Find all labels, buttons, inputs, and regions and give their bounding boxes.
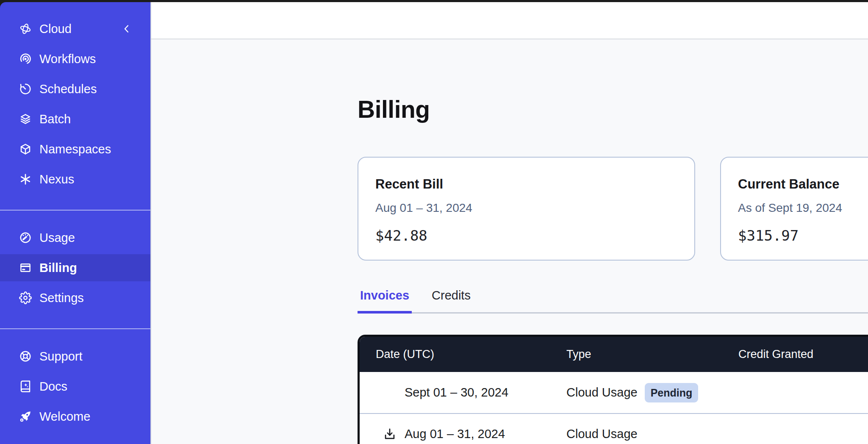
invoice-row[interactable]: Sept 01 – 30, 2024 Cloud Usage Pending (360, 372, 868, 413)
sidebar-item-label: Usage (39, 231, 75, 245)
download-invoice-icon[interactable] (383, 427, 397, 441)
sidebar-item-welcome[interactable]: Welcome (0, 403, 150, 430)
sidebar-item-namespaces[interactable]: Namespaces (0, 136, 150, 163)
billing-card-icon (19, 261, 32, 274)
sidebar: Cloud Workflows (0, 2, 151, 444)
sidebar-item-label: Namespaces (39, 142, 111, 156)
current-balance-amount: $315.97 (738, 227, 868, 244)
recent-bill-amount: $42.88 (375, 227, 677, 244)
sidebar-divider (0, 328, 150, 329)
invoice-date-cell: Aug 01 – 31, 2024 (376, 427, 566, 441)
sidebar-item-workflows[interactable]: Workflows (0, 45, 150, 72)
recent-bill-period: Aug 01 – 31, 2024 (375, 201, 677, 215)
invoice-type-cell: Cloud Usage (566, 427, 738, 441)
tab-credits[interactable]: Credits (429, 288, 473, 312)
invoice-row[interactable]: Aug 01 – 31, 2024 Cloud Usage (360, 413, 868, 444)
sidebar-divider (0, 210, 150, 211)
sidebar-item-support[interactable]: Support (0, 343, 150, 370)
invoice-date-cell: Sept 01 – 30, 2024 (376, 386, 566, 400)
sidebar-item-nexus[interactable]: Nexus (0, 166, 150, 193)
usage-gauge-icon (19, 231, 32, 244)
page-title: Billing (358, 96, 868, 123)
nexus-asterisk-icon (19, 173, 32, 186)
top-bar (151, 2, 868, 39)
current-balance-period: As of Sept 19, 2024 (738, 201, 868, 215)
sidebar-item-docs[interactable]: Docs (0, 373, 150, 400)
sidebar-item-label: Support (39, 350, 83, 364)
billing-tabs: Invoices Credits (358, 288, 868, 314)
recent-bill-title: Recent Bill (375, 176, 677, 192)
docs-book-icon (19, 380, 32, 393)
sidebar-brand-cloud[interactable]: Cloud (0, 15, 150, 42)
invoice-type: Cloud Usage (566, 427, 638, 441)
invoice-type-cell: Cloud Usage Pending (566, 383, 738, 402)
recent-bill-card: Recent Bill Aug 01 – 31, 2024 $42.88 (358, 157, 695, 261)
main-area: Billing Recent Bill Aug 01 – 31, 2024 $4… (151, 2, 868, 444)
column-header-date: Date (UTC) (376, 348, 566, 361)
sidebar-item-label: Nexus (39, 172, 74, 186)
schedule-clock-icon (19, 83, 32, 95)
workflows-spiral-icon (19, 53, 32, 65)
sidebar-item-billing[interactable]: Billing (0, 254, 150, 281)
sidebar-item-label: Batch (39, 112, 71, 126)
current-balance-card: Current Balance As of Sept 19, 2024 $315… (720, 157, 868, 261)
download-slot-empty (383, 386, 397, 400)
sidebar-item-usage[interactable]: Usage (0, 224, 150, 251)
namespace-cube-icon (19, 143, 32, 155)
batch-layers-icon (19, 113, 32, 125)
chevron-left-icon (121, 23, 133, 35)
sidebar-item-settings[interactable]: Settings (0, 284, 150, 311)
sidebar-item-label: Workflows (39, 52, 96, 66)
invoices-table-header: Date (UTC) Type Credit Granted (360, 337, 868, 372)
sidebar-item-label: Settings (39, 291, 84, 305)
column-header-credit-granted: Credit Granted (738, 348, 868, 361)
invoices-table: Date (UTC) Type Credit Granted Sept 01 –… (358, 335, 868, 444)
sidebar-item-label: Schedules (39, 82, 97, 96)
sidebar-item-label: Docs (39, 380, 67, 394)
screen: Cloud Workflows (0, 0, 868, 444)
tab-invoices[interactable]: Invoices (358, 288, 412, 312)
content: Billing Recent Bill Aug 01 – 31, 2024 $4… (151, 39, 868, 444)
welcome-rocket-icon (19, 410, 32, 423)
sidebar-item-batch[interactable]: Batch (0, 105, 150, 133)
app-window: Cloud Workflows (0, 2, 868, 444)
support-lifering-icon (19, 350, 32, 363)
sidebar-brand-label: Cloud (39, 22, 72, 36)
invoice-date: Aug 01 – 31, 2024 (405, 427, 505, 441)
invoice-type: Cloud Usage (566, 386, 638, 400)
invoice-date: Sept 01 – 30, 2024 (405, 386, 508, 400)
current-balance-title: Current Balance (738, 176, 868, 192)
temporal-logo-icon (19, 22, 32, 35)
sidebar-item-schedules[interactable]: Schedules (0, 75, 150, 103)
sidebar-item-label: Welcome (39, 410, 90, 424)
column-header-type: Type (566, 348, 738, 361)
settings-gear-icon (19, 291, 32, 304)
sidebar-item-label: Billing (39, 261, 77, 275)
sidebar-collapse-button[interactable] (121, 23, 133, 35)
status-badge-pending: Pending (645, 383, 699, 402)
billing-summary-cards: Recent Bill Aug 01 – 31, 2024 $42.88 Cur… (358, 157, 868, 261)
